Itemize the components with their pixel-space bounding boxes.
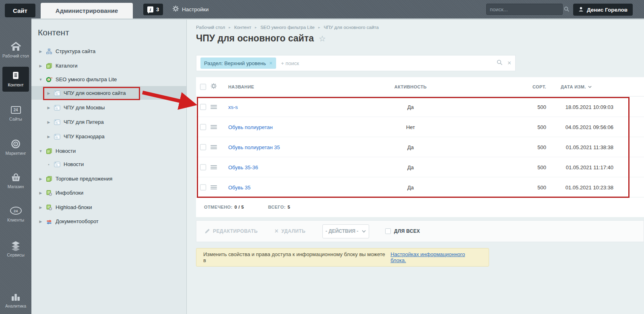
rail-item-analytics[interactable]: Аналитика bbox=[0, 291, 31, 309]
expand-closed-icon[interactable]: ▶ bbox=[39, 191, 43, 195]
table-row: Обувь 35 Да 500 01.05.2021 10:23:38 bbox=[196, 177, 644, 197]
tree-item-label: ЧПУ Краснодара bbox=[64, 133, 105, 140]
data-grid: НАЗВАНИЕ АКТИВНОСТЬ СОРТ. ДАТА ИЗМ. xs-s… bbox=[196, 77, 644, 217]
tree-item-highload-blocks[interactable]: ▶ Highload-блоки bbox=[31, 201, 186, 214]
row-name-link[interactable]: Обувь 35 bbox=[228, 184, 251, 190]
row-sort: 500 bbox=[486, 184, 546, 190]
expand-closed-icon[interactable]: ▶ bbox=[39, 220, 43, 224]
breadcrumb-item[interactable]: ЧПУ для основного сайта bbox=[324, 25, 379, 30]
expand-closed-icon[interactable]: ▶ bbox=[47, 135, 51, 139]
admin-tab[interactable]: Администрирование bbox=[41, 3, 133, 18]
actions-dropdown[interactable]: - ДЕЙСТВИЯ - bbox=[322, 224, 369, 238]
row-checkbox[interactable] bbox=[200, 104, 206, 110]
user-name: Денис Горелов bbox=[587, 7, 627, 13]
column-header-modified[interactable]: ДАТА ИЗМ. bbox=[561, 84, 592, 89]
expand-closed-icon[interactable]: ▶ bbox=[39, 205, 43, 209]
catalog-icon bbox=[46, 176, 53, 182]
rail-item-marketing[interactable]: Маркетинг bbox=[0, 138, 31, 156]
expand-open-icon[interactable]: ▼ bbox=[39, 149, 43, 153]
search-input[interactable] bbox=[487, 6, 564, 12]
rail-label: Аналитика bbox=[0, 304, 31, 309]
row-modified: 18.05.2021 10:09:03 bbox=[549, 104, 613, 110]
delete-button[interactable]: × УДАЛИТЬ bbox=[275, 228, 305, 235]
tree-item-infoblocks[interactable]: ▶ Инфоблоки bbox=[31, 186, 186, 199]
column-header-sort[interactable]: СОРТ. bbox=[486, 84, 546, 89]
breadcrumb-item[interactable]: Рабочий стол bbox=[196, 25, 225, 30]
row-checkbox[interactable] bbox=[200, 164, 206, 170]
row-checkbox[interactable] bbox=[200, 124, 206, 130]
chip-remove-icon[interactable]: × bbox=[269, 60, 272, 66]
breadcrumb-item[interactable]: SEO умного фильтра Lite bbox=[260, 25, 315, 30]
rail-item-clients[interactable]: 24 Клиенты bbox=[0, 205, 31, 223]
filter-search-input[interactable] bbox=[276, 60, 497, 66]
tree-item-chpu-piter[interactable]: ▶ ЧПУ для Питера bbox=[31, 115, 186, 129]
tree-item-seo-smart-filter[interactable]: ▼ S SEO умного фильтра Lite bbox=[31, 73, 186, 86]
settings-button[interactable]: Настройки bbox=[172, 6, 208, 13]
rail-item-desktop[interactable]: Рабочий стол bbox=[0, 41, 31, 59]
sitemap-icon bbox=[46, 48, 53, 55]
filter-chip-section[interactable]: Раздел: Верхний уровень × bbox=[200, 57, 276, 69]
row-modified: 01.05.2021 11:38:38 bbox=[549, 144, 613, 150]
notice-settings-link[interactable]: Настройках информационного блока. bbox=[390, 251, 482, 263]
tree-item-catalogs[interactable]: ▶ Каталоги bbox=[31, 59, 186, 72]
notifications-button[interactable]: i 3 bbox=[143, 4, 163, 15]
tree-item-document-flow[interactable]: ▶ Документооборот bbox=[31, 215, 186, 228]
search-icon[interactable] bbox=[564, 6, 573, 12]
expand-closed-icon[interactable]: ▶ bbox=[47, 120, 51, 124]
expand-open-icon[interactable]: ▼ bbox=[39, 78, 43, 82]
form-icon bbox=[54, 133, 61, 140]
row-menu-icon[interactable] bbox=[211, 185, 217, 190]
row-menu-icon[interactable] bbox=[211, 104, 217, 110]
form-icon bbox=[54, 161, 61, 168]
edit-button[interactable]: РЕДАКТИРОВАТЬ bbox=[204, 228, 258, 234]
tree-item-chpu-main-site[interactable]: ▶ ЧПУ для основного сайта bbox=[31, 86, 186, 100]
row-checkbox[interactable] bbox=[200, 184, 206, 190]
expand-closed-icon[interactable]: ▶ bbox=[39, 49, 43, 53]
breadcrumb-separator: ▸ bbox=[229, 25, 231, 29]
tree-item-chpu-moscow[interactable]: ▶ ЧПУ для Москвы bbox=[31, 101, 186, 114]
tree-item-news-group[interactable]: ▼ Новости bbox=[31, 144, 186, 158]
expand-closed-icon[interactable]: ▶ bbox=[47, 106, 51, 110]
rail-item-sites[interactable]: 24 Сайты bbox=[0, 104, 31, 122]
select-all-checkbox[interactable] bbox=[200, 84, 206, 90]
favorite-star-icon[interactable]: ☆ bbox=[319, 34, 326, 43]
row-name-link[interactable]: Обувь 35-36 bbox=[228, 164, 258, 170]
row-name-link[interactable]: xs-s bbox=[228, 104, 238, 110]
user-menu-button[interactable]: Денис Горелов bbox=[573, 4, 633, 16]
site-tab[interactable]: Сайт bbox=[5, 4, 35, 17]
document-icon bbox=[2, 70, 29, 81]
tree-item-site-structure[interactable]: ▶ Структура сайта bbox=[31, 45, 186, 58]
rail-label: Сервисы bbox=[0, 252, 31, 258]
rail-item-services[interactable]: Сервисы bbox=[0, 240, 31, 258]
expand-closed-icon[interactable]: ▶ bbox=[47, 91, 51, 95]
row-menu-icon[interactable] bbox=[211, 164, 217, 170]
expand-closed-icon[interactable]: ▶ bbox=[39, 177, 43, 181]
row-menu-icon[interactable] bbox=[211, 124, 217, 130]
cloud24-icon: 24 bbox=[0, 205, 31, 216]
expand-closed-icon[interactable]: ▶ bbox=[39, 64, 43, 68]
tree-item-chpu-krasnodar[interactable]: ▶ ЧПУ Краснодара bbox=[31, 130, 186, 143]
for-all-checkbox[interactable] bbox=[385, 228, 391, 234]
row-name-link[interactable]: Обувь полиуретан bbox=[228, 124, 273, 130]
rail-label: Маркетинг bbox=[0, 151, 31, 156]
tree-item-news[interactable]: • Новости bbox=[31, 158, 186, 171]
filter-search-icon[interactable] bbox=[497, 60, 503, 67]
filter-clear-icon[interactable]: × bbox=[508, 60, 511, 67]
row-sort: 500 bbox=[486, 144, 546, 150]
sites-icon: 24 bbox=[0, 104, 31, 115]
tree-item-trade-offers[interactable]: ▶ Торговые предложения bbox=[31, 172, 186, 185]
top-bar: Сайт Администрирование i 3 Настройки Ден… bbox=[0, 0, 644, 18]
column-header-activity[interactable]: АКТИВНОСТЬ bbox=[386, 84, 435, 89]
grid-settings-gear-icon[interactable] bbox=[211, 83, 217, 91]
row-name-link[interactable]: Обувь полиуретан 35 bbox=[228, 144, 280, 150]
column-header-name[interactable]: НАЗВАНИЕ bbox=[228, 84, 254, 89]
rail-item-content[interactable]: Контент bbox=[2, 67, 29, 92]
row-menu-icon[interactable] bbox=[211, 144, 217, 150]
svg-text:S: S bbox=[48, 78, 50, 81]
tree-item-label: SEO умного фильтра Lite bbox=[56, 76, 117, 82]
row-checkbox[interactable] bbox=[200, 144, 206, 150]
basket-icon bbox=[0, 172, 31, 183]
table-row: Обувь 35-36 Да 500 01.05.2021 11:17:40 bbox=[196, 157, 644, 177]
rail-item-store[interactable]: Магазин bbox=[0, 172, 31, 189]
breadcrumb-item[interactable]: Контент bbox=[234, 25, 252, 30]
